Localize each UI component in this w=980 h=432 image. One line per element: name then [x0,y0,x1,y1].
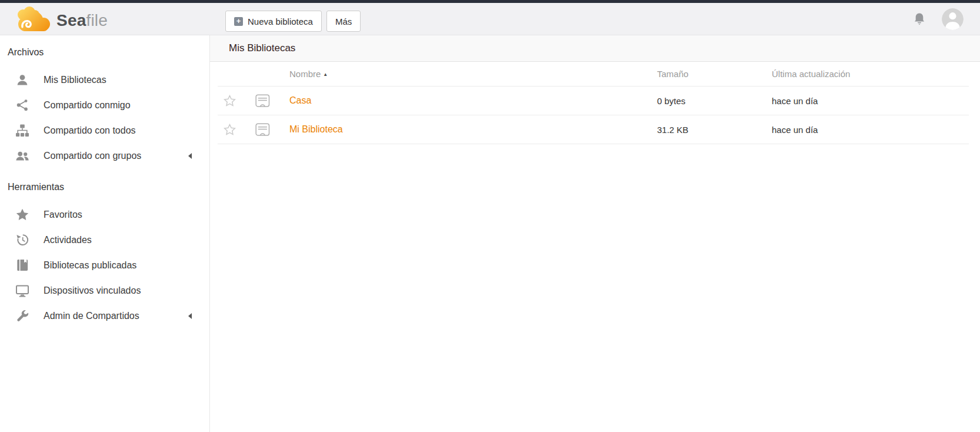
collapse-chevron-icon[interactable] [188,313,192,319]
wrench-icon [15,309,29,323]
sidebar: Archivos Mis Bibliotecas Compartido con [0,35,210,432]
favorite-star-icon[interactable] [218,95,241,107]
library-icon [241,94,284,108]
page-title: Mis Bibliotecas [229,42,295,54]
sidebar-item-label: Dispositivos vinculados [44,285,141,296]
sidebar-tools-list: Favoritos Actividades [8,202,209,328]
collapse-chevron-icon[interactable] [188,153,192,159]
column-header-updated[interactable]: Última actualización [772,69,969,79]
plus-icon: + [234,17,243,26]
sidebar-item-compartido-con-todos[interactable]: Compartido con todos [8,118,209,143]
table-header-row: Nombre▲ Tamaño Última actualización [218,62,969,87]
notification-bell-icon[interactable] [912,12,926,27]
table-row[interactable]: Casa 0 bytes hace un día [218,87,969,115]
new-library-button[interactable]: + Nueva biblioteca [225,11,322,32]
userbar [912,3,964,35]
column-header-size[interactable]: Tamaño [657,69,772,79]
book-icon [15,258,29,273]
library-size: 0 bytes [657,96,772,106]
library-updated: hace un día [772,96,969,106]
sidebar-item-label: Compartido con grupos [44,151,141,161]
library-name-link[interactable]: Casa [289,95,311,105]
sidebar-item-favoritos[interactable]: Favoritos [8,202,209,227]
view-path-bar: Mis Bibliotecas [210,35,980,62]
sidebar-item-dispositivos-vinculados[interactable]: Dispositivos vinculados [8,278,209,303]
organization-icon [15,124,29,138]
app-header: Seafile + Nueva biblioteca Más [0,3,980,35]
sort-asc-icon: ▲ [323,72,328,77]
toolbar: + Nueva biblioteca Más [225,11,361,32]
favorite-star-icon[interactable] [218,124,241,135]
sidebar-heading-herramientas: Herramientas [8,181,209,193]
more-button[interactable]: Más [326,11,361,32]
sidebar-item-label: Favoritos [44,210,82,220]
sidebar-files-list: Mis Bibliotecas Compartido conmigo [8,67,209,168]
share-icon [15,98,29,112]
library-size: 31.2 KB [657,125,772,135]
library-name-link[interactable]: Mi Biblioteca [289,124,343,134]
sidebar-item-mis-bibliotecas[interactable]: Mis Bibliotecas [8,67,209,92]
user-icon [15,73,29,87]
sidebar-item-label: Compartido con todos [44,125,136,136]
table-row[interactable]: Mi Biblioteca 31.2 KB hace un día [218,115,969,144]
sidebar-item-label: Compartido conmigo [44,100,131,111]
library-updated: hace un día [772,125,969,135]
monitor-icon [15,284,29,298]
more-label: Más [335,16,352,26]
sidebar-item-bibliotecas-publicadas[interactable]: Bibliotecas publicadas [8,252,209,278]
main-panel: Mis Bibliotecas Nombre▲ Tamaño Última ac… [210,35,980,432]
star-icon [15,208,29,222]
sidebar-item-label: Actividades [44,235,92,245]
column-header-name[interactable]: Nombre▲ [284,69,657,79]
group-icon [15,149,29,163]
seafile-cloud-icon [15,6,53,35]
sidebar-item-label: Mis Bibliotecas [44,75,106,85]
user-avatar[interactable] [942,8,964,30]
sidebar-item-label: Bibliotecas publicadas [44,260,136,271]
library-icon [241,123,284,137]
new-library-label: Nueva biblioteca [248,16,313,26]
sidebar-heading-archivos: Archivos [8,46,209,58]
sidebar-item-admin-de-compartidos[interactable]: Admin de Compartidos [8,303,209,328]
history-icon [15,233,29,247]
sidebar-item-actividades[interactable]: Actividades [8,227,209,252]
libraries-table: Nombre▲ Tamaño Última actualización [218,62,969,144]
sidebar-item-compartido-conmigo[interactable]: Compartido conmigo [8,92,209,118]
sidebar-item-label: Admin de Compartidos [44,311,139,321]
brand-text: Seafile [56,11,108,30]
seafile-logo[interactable]: Seafile [15,6,108,35]
sidebar-item-compartido-con-grupos[interactable]: Compartido con grupos [8,143,209,168]
